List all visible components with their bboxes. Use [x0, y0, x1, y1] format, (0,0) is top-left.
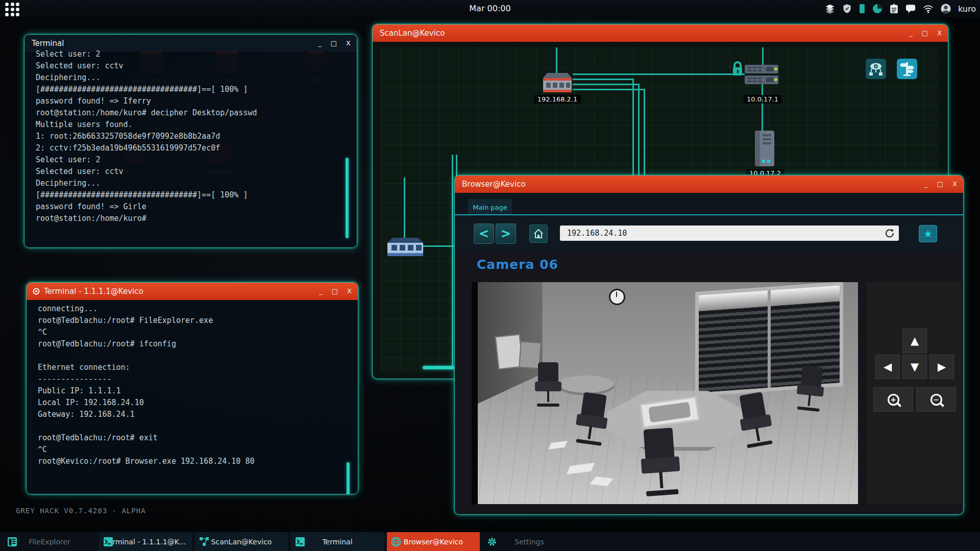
- router-icon: [543, 73, 572, 93]
- taskbar-item-terminal-remote[interactable]: Terminal - 1.1.1.1@K...: [99, 532, 192, 551]
- close-button[interactable]: X: [937, 24, 942, 42]
- wifi-icon[interactable]: [923, 5, 934, 13]
- bookmark-button[interactable]: ★: [919, 225, 937, 242]
- window-title: Browser@Kevico: [462, 180, 526, 189]
- terminal-scrollbar[interactable]: [346, 158, 349, 238]
- pan-left-button[interactable]: ◀: [875, 355, 900, 379]
- chair: [535, 362, 561, 407]
- terminal-text: connecting... root@Tedblachu:/root# File…: [27, 296, 358, 467]
- remote-connection-icon: [33, 288, 40, 295]
- minimize-button[interactable]: _: [924, 176, 928, 193]
- refresh-icon: [885, 228, 895, 238]
- home-icon: [533, 229, 544, 239]
- zoom-in-button[interactable]: +: [873, 387, 913, 412]
- scanlan-titlebar[interactable]: ScanLan@Kevico _ □ X: [373, 24, 948, 42]
- maximize-button[interactable]: □: [922, 24, 928, 42]
- node-router[interactable]: [543, 73, 572, 95]
- zoom-out-icon: −: [930, 394, 942, 406]
- refresh-button[interactable]: [885, 228, 895, 238]
- lock-icon: [732, 61, 743, 79]
- chair: [795, 365, 826, 412]
- battery-icon[interactable]: [859, 4, 865, 14]
- username[interactable]: kuro: [958, 4, 976, 14]
- gear-icon: [487, 537, 497, 547]
- signpost-button[interactable]: [897, 59, 917, 79]
- browser-toolbar: < > ★: [455, 215, 963, 251]
- taskbar-item-settings[interactable]: Settings: [483, 532, 576, 551]
- node-ip-label: 192.168.2.1: [534, 95, 581, 104]
- top-bar: Mar 00:00: [0, 0, 980, 17]
- back-button[interactable]: <: [474, 223, 494, 244]
- terminal-output[interactable]: Select user: 2 Selected user: cctv Decip…: [24, 53, 357, 247]
- chair: [639, 428, 681, 496]
- taskbar-label: Settings: [514, 538, 544, 546]
- node-switch[interactable]: [387, 238, 423, 258]
- wall-clock: [609, 289, 625, 305]
- resource-pie-icon[interactable]: [872, 4, 883, 14]
- zoom-out-button[interactable]: −: [916, 387, 956, 412]
- chat-icon[interactable]: [905, 4, 916, 14]
- network-icon: [199, 537, 209, 547]
- map-scrollbar-horizontal[interactable]: [423, 366, 454, 369]
- node-ip-label: 10.0.17.1: [744, 95, 781, 104]
- pan-right-button[interactable]: ▶: [929, 355, 954, 379]
- browser-titlebar[interactable]: Browser@Kevico _ □ X: [455, 176, 963, 193]
- terminal-scrollbar[interactable]: [347, 462, 350, 494]
- signpost-icon: [899, 61, 915, 77]
- network-line: [762, 47, 764, 66]
- network-line: [573, 79, 634, 80]
- window-terminal: Terminal _ □ X Select user: 2 Selected u…: [24, 34, 357, 248]
- taskbar-label: Terminal: [322, 538, 352, 546]
- network-line: [573, 84, 640, 85]
- home-button[interactable]: [529, 224, 548, 243]
- terminal-text: Select user: 2 Selected user: cctv Decip…: [24, 48, 357, 224]
- taskbar: FileExplorer Terminal - 1.1.1.1@K... Sca…: [0, 532, 980, 551]
- network-line: [573, 89, 645, 90]
- network-line: [452, 155, 453, 368]
- fileexplorer-icon: [7, 537, 17, 547]
- network-line: [556, 47, 557, 73]
- layers-icon[interactable]: [825, 4, 835, 14]
- taskbar-item-browser[interactable]: Browser@Kevico: [387, 532, 480, 551]
- star-icon: ★: [923, 228, 932, 239]
- window-terminal-remote: Terminal - 1.1.1.1@Kevico _ □ X connecti…: [26, 282, 358, 494]
- pan-up-button[interactable]: ▲: [902, 329, 927, 353]
- network-line: [404, 178, 405, 238]
- window-title: Terminal - 1.1.1.1@Kevico: [44, 287, 143, 296]
- browser-tab-strip: Main page: [455, 193, 963, 215]
- system-tray: kuro: [825, 0, 976, 17]
- node-rack-server[interactable]: [745, 65, 778, 87]
- terminal-icon: [295, 537, 305, 547]
- shield-check-icon[interactable]: [842, 4, 852, 14]
- terminal-output[interactable]: connecting... root@Tedblachu:/root# File…: [27, 300, 358, 494]
- zoom-in-icon: +: [888, 394, 899, 406]
- node-tower-server[interactable]: [755, 131, 774, 168]
- switch-icon: [387, 238, 423, 256]
- close-button[interactable]: X: [952, 176, 957, 193]
- eye-network-icon: [868, 61, 884, 77]
- taskbar-item-terminal[interactable]: Terminal: [291, 532, 384, 551]
- network-watch-button[interactable]: [866, 59, 886, 79]
- maximize-button[interactable]: □: [937, 176, 943, 193]
- page-title: Camera 06: [477, 257, 558, 272]
- version-text: GREY HACK V0.7.4203 - ALPHA: [16, 507, 146, 515]
- forward-button[interactable]: >: [496, 223, 516, 244]
- pan-down-button[interactable]: ▼: [902, 355, 927, 379]
- clipboard-icon[interactable]: [890, 4, 898, 14]
- taskbar-item-scanlan[interactable]: ScanLan@Kevico: [195, 532, 288, 551]
- taskbar-label: Terminal - 1.1.1.1@K...: [105, 538, 186, 546]
- camera-feed: [472, 282, 858, 504]
- network-line: [573, 73, 745, 75]
- rack-server-icon: [745, 65, 778, 85]
- camera-control-panel: ▲ ◀ ▼ ▶ + −: [867, 282, 962, 504]
- tower-server-icon: [755, 131, 774, 166]
- minimize-button[interactable]: _: [909, 24, 913, 42]
- window-browser: Browser@Kevico _ □ X Main page < >: [454, 175, 964, 515]
- camera-room-render: [478, 282, 858, 504]
- address-input[interactable]: [566, 228, 885, 238]
- avatar-icon[interactable]: [941, 4, 951, 14]
- tab-main-page[interactable]: Main page: [468, 199, 512, 215]
- taskbar-item-fileexplorer[interactable]: FileExplorer: [3, 532, 96, 551]
- browser-page: Camera 06: [455, 251, 963, 514]
- address-bar[interactable]: [560, 226, 899, 241]
